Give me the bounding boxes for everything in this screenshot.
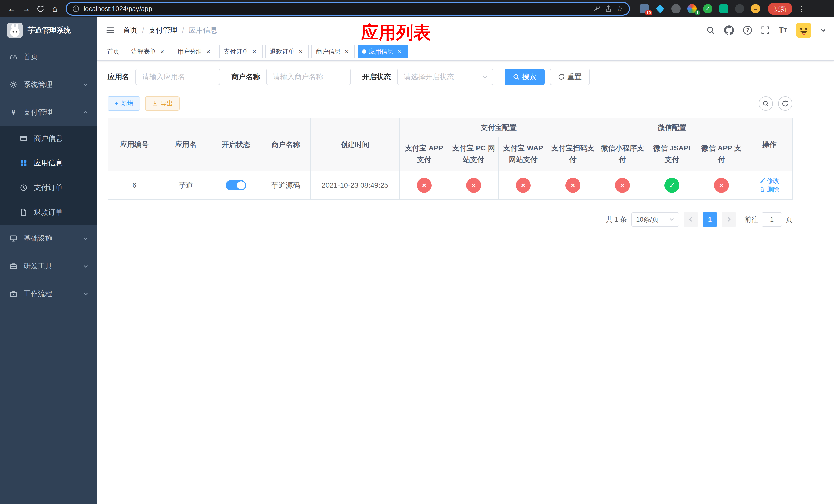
add-button[interactable]: + 新增 xyxy=(108,96,140,111)
tab-app-info[interactable]: 应用信息 × xyxy=(357,45,408,58)
extensions-tray: 10 1 ✓ xyxy=(639,4,761,14)
sidebar-item-label: 应用信息 xyxy=(34,158,63,168)
sidebar-item-pay-order[interactable]: 支付订单 xyxy=(0,175,97,200)
wechat-mini-status-icon: × xyxy=(615,178,630,193)
chevron-down-icon xyxy=(483,74,488,79)
tab-home[interactable]: 首页 xyxy=(103,45,124,58)
extension-icon-8[interactable] xyxy=(750,4,761,14)
sidebar-menu: 首页 系统管理 ¥ 支付管理 xyxy=(0,43,97,504)
tab-refund-order[interactable]: 退款订单 × xyxy=(265,45,309,58)
bookmark-star-icon[interactable]: ☆ xyxy=(616,5,623,13)
search-icon[interactable] xyxy=(706,26,715,35)
next-page-button[interactable] xyxy=(722,212,736,227)
edit-link[interactable]: 修改 xyxy=(760,177,779,185)
github-icon[interactable] xyxy=(724,25,734,35)
sidebar-item-label: 退款订单 xyxy=(34,207,63,217)
breadcrumb-home[interactable]: 首页 xyxy=(123,25,137,35)
hamburger-icon[interactable] xyxy=(106,26,115,35)
breadcrumb-payment[interactable]: 支付管理 xyxy=(149,25,177,35)
chevron-down-icon xyxy=(83,291,88,296)
status-toggle[interactable] xyxy=(226,180,246,190)
cell-merchant: 芋道源码 xyxy=(261,171,311,200)
refresh-table-button[interactable] xyxy=(778,96,792,111)
app-name-label: 应用名 xyxy=(108,72,129,82)
sidebar-item-merchant-info[interactable]: 商户信息 xyxy=(0,126,97,151)
tab-pay-order[interactable]: 支付订单 × xyxy=(219,45,263,58)
page-size-select[interactable]: 10条/页 xyxy=(631,212,679,227)
key-icon[interactable] xyxy=(593,5,600,13)
merchant-name-input[interactable] xyxy=(266,69,351,85)
refresh-icon xyxy=(782,100,789,107)
close-icon[interactable]: × xyxy=(205,48,212,55)
chevron-right-icon xyxy=(726,216,732,222)
cell-app-name: 芋道 xyxy=(161,171,211,200)
chevron-down-icon xyxy=(670,217,675,222)
yen-icon: ¥ xyxy=(9,108,18,116)
tab-merchant-info[interactable]: 商户信息 × xyxy=(311,45,355,58)
extension-icon-6[interactable] xyxy=(719,4,729,14)
close-icon[interactable]: × xyxy=(343,48,350,55)
close-icon[interactable]: × xyxy=(251,48,258,55)
alipay-pc-status-icon: × xyxy=(466,178,481,193)
extension-icon-1[interactable]: 10 xyxy=(639,4,649,14)
tab-process-form[interactable]: 流程表单 × xyxy=(127,45,170,58)
reset-button[interactable]: 重置 xyxy=(550,69,590,85)
tab-label: 商户信息 xyxy=(316,47,341,55)
extension-icon-2[interactable] xyxy=(655,4,665,14)
site-info-icon[interactable] xyxy=(72,5,80,12)
gear-icon xyxy=(9,81,18,89)
cell-actions: 修改 删除 xyxy=(746,171,793,200)
sidebar-item-system[interactable]: 系统管理 xyxy=(0,71,97,98)
fullscreen-icon[interactable] xyxy=(761,26,769,35)
url-text[interactable]: localhost:1024/pay/app xyxy=(84,5,589,13)
delete-link[interactable]: 删除 xyxy=(760,185,779,193)
browser-menu-icon[interactable]: ⋮ xyxy=(797,4,805,13)
page-number-current[interactable]: 1 xyxy=(703,212,717,227)
tab-user-group[interactable]: 用户分组 × xyxy=(173,45,216,58)
monitor-icon xyxy=(9,234,18,243)
extension-icon-5[interactable]: ✓ xyxy=(703,4,713,14)
address-bar[interactable]: localhost:1024/pay/app ☆ xyxy=(66,2,630,16)
browser-reload-button[interactable] xyxy=(34,2,47,15)
browser-forward-button[interactable]: → xyxy=(20,2,33,15)
share-icon[interactable] xyxy=(605,5,612,13)
font-size-icon[interactable]: TT xyxy=(778,26,787,35)
status-select[interactable]: 请选择开启状态 xyxy=(397,69,493,85)
sidebar-logo[interactable]: 芋道管理系统 xyxy=(0,18,97,43)
toggle-search-button[interactable] xyxy=(759,96,773,111)
sidebar-item-refund-order[interactable]: 退款订单 xyxy=(0,200,97,225)
refresh-icon xyxy=(558,74,565,80)
chevron-down-icon xyxy=(83,264,88,269)
export-button[interactable]: 导出 xyxy=(145,96,179,111)
goto-page-input[interactable] xyxy=(762,212,782,227)
cell-app-id: 6 xyxy=(108,171,161,200)
prev-page-button[interactable] xyxy=(684,212,698,227)
sidebar-item-dev-tools[interactable]: 研发工具 xyxy=(0,252,97,280)
extension-icon-7[interactable] xyxy=(734,4,745,14)
app-name-input[interactable] xyxy=(135,69,220,85)
main-area: 首页 / 支付管理 / 应用信息 应用列表 ? TT xyxy=(97,18,834,504)
sidebar-item-infrastructure[interactable]: 基础设施 xyxy=(0,225,97,252)
sidebar-item-label: 支付订单 xyxy=(34,183,63,192)
sidebar-item-app-info[interactable]: 应用信息 xyxy=(0,151,97,175)
close-icon[interactable]: × xyxy=(297,48,304,55)
browser-update-button[interactable]: 更新 xyxy=(768,3,792,15)
search-button[interactable]: 搜索 xyxy=(505,69,545,85)
sidebar-item-payment[interactable]: ¥ 支付管理 xyxy=(0,98,97,126)
col-created: 创建时间 xyxy=(311,118,399,171)
wechat-jsapi-status-icon: ✓ xyxy=(664,178,679,193)
browser-home-button[interactable]: ⌂ xyxy=(48,2,62,15)
sidebar-item-label: 基础设施 xyxy=(24,233,52,243)
chevron-up-icon xyxy=(83,110,88,115)
sidebar-item-home[interactable]: 首页 xyxy=(0,43,97,71)
sidebar-item-workflow[interactable]: 工作流程 xyxy=(0,280,97,307)
extension-icon-3[interactable] xyxy=(671,4,681,14)
caret-down-icon[interactable] xyxy=(821,28,826,33)
extension-icon-4[interactable]: 1 xyxy=(687,4,697,14)
question-icon[interactable]: ? xyxy=(743,26,752,35)
col-wechat-app: 微信 APP 支付 xyxy=(697,137,746,171)
close-icon[interactable]: × xyxy=(396,48,403,55)
close-icon[interactable]: × xyxy=(158,48,166,55)
avatar[interactable] xyxy=(796,23,811,38)
browser-back-button[interactable]: ← xyxy=(5,2,19,15)
